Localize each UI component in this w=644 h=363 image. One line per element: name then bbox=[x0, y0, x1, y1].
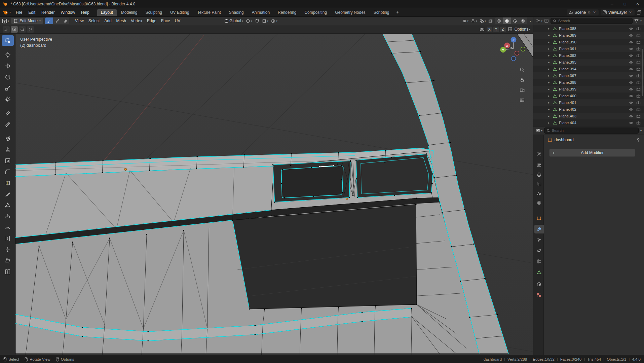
expand-arrow-icon[interactable]: ▸ bbox=[548, 87, 551, 91]
menu-render[interactable]: Render bbox=[38, 9, 58, 16]
object-name[interactable]: Plane.392 bbox=[559, 53, 576, 58]
workspace-tab-uv-editing[interactable]: UV Editing bbox=[166, 9, 193, 16]
pan-hand-icon[interactable] bbox=[518, 76, 526, 83]
tool-shear[interactable] bbox=[2, 255, 14, 266]
hide-viewport-icon[interactable] bbox=[629, 33, 633, 38]
viewport-menu-vertex[interactable]: Vertex bbox=[128, 17, 145, 24]
disable-render-icon[interactable] bbox=[636, 67, 641, 71]
properties-tab-constraints[interactable] bbox=[534, 257, 544, 266]
tool-measure[interactable] bbox=[2, 119, 14, 130]
gizmo-z-handle[interactable]: Z bbox=[513, 38, 515, 42]
outliner-row[interactable]: ▸Plane.389 bbox=[533, 32, 644, 39]
minimize-button[interactable]: ─ bbox=[606, 0, 618, 8]
disable-render-icon[interactable] bbox=[636, 27, 641, 31]
outliner-row[interactable]: ▸Plane.393 bbox=[533, 59, 644, 66]
add-viewlayer-icon[interactable] bbox=[637, 10, 641, 15]
snap-toggle[interactable] bbox=[255, 19, 259, 23]
workspace-tab-rendering[interactable]: Rendering bbox=[274, 9, 300, 16]
display-mode-icon[interactable] bbox=[544, 19, 549, 23]
tool-rip[interactable] bbox=[2, 266, 14, 277]
mode-dropdown[interactable]: Edit Mode ▾ bbox=[11, 18, 43, 24]
viewlayer-selector[interactable]: ViewLayer ✕ bbox=[601, 9, 635, 15]
expand-arrow-icon[interactable]: ▸ bbox=[548, 47, 551, 50]
object-name[interactable]: Plane.390 bbox=[559, 40, 576, 44]
maximize-button[interactable]: □ bbox=[618, 0, 631, 8]
viewport-menu-edge[interactable]: Edge bbox=[145, 17, 159, 24]
unlink-scene-icon[interactable]: ✕ bbox=[592, 10, 596, 14]
expand-arrow-icon[interactable]: ▸ bbox=[548, 121, 551, 124]
workspace-tab-scripting[interactable]: Scripting bbox=[370, 9, 393, 16]
disable-render-icon[interactable] bbox=[636, 80, 641, 85]
viewport-canvas[interactable] bbox=[15, 34, 533, 355]
pin-icon[interactable] bbox=[636, 138, 640, 142]
expand-arrow-icon[interactable]: ▸ bbox=[548, 34, 551, 37]
vertex-select-button[interactable] bbox=[45, 17, 53, 24]
tool-edge-slide[interactable] bbox=[2, 233, 14, 244]
outliner-row[interactable]: ▸Plane.390 bbox=[533, 39, 644, 45]
properties-tab-texture[interactable] bbox=[534, 291, 544, 299]
disable-render-icon[interactable] bbox=[636, 74, 641, 78]
object-name[interactable]: Plane.394 bbox=[559, 67, 576, 71]
hide-viewport-icon[interactable] bbox=[629, 94, 633, 98]
add-workspace-button[interactable]: + bbox=[394, 9, 402, 16]
viewlayer-name[interactable]: ViewLayer bbox=[608, 10, 627, 15]
tool-shrink-fatten[interactable] bbox=[2, 244, 14, 255]
properties-tab-scene[interactable] bbox=[534, 189, 544, 198]
menu-window[interactable]: Window bbox=[58, 9, 78, 16]
select-box-icon[interactable] bbox=[11, 26, 18, 33]
scene-name[interactable]: Scene bbox=[574, 10, 586, 15]
tool-transform[interactable] bbox=[2, 94, 14, 104]
properties-tab-particles[interactable] bbox=[534, 235, 544, 244]
filter-icon[interactable] bbox=[634, 19, 639, 23]
expand-arrow-icon[interactable]: ▸ bbox=[548, 114, 551, 118]
scene-selector[interactable]: Scene ⧉ ✕ bbox=[567, 9, 599, 15]
expand-arrow-icon[interactable]: ▸ bbox=[548, 74, 551, 77]
options-dropdown[interactable]: Options ▾ bbox=[515, 27, 530, 32]
tool-annotate[interactable] bbox=[2, 108, 14, 118]
disable-render-icon[interactable] bbox=[636, 47, 641, 51]
hide-viewport-icon[interactable] bbox=[629, 27, 633, 31]
shading-material-button[interactable] bbox=[511, 17, 519, 24]
gizmo-z-negative-handle[interactable] bbox=[512, 57, 516, 61]
face-select-button[interactable] bbox=[61, 17, 69, 24]
tool-poly-build[interactable] bbox=[2, 200, 14, 210]
perspective-toggle-icon[interactable] bbox=[518, 96, 526, 104]
outliner-row[interactable]: ▸Plane.394 bbox=[533, 66, 644, 72]
menu-help[interactable]: Help bbox=[78, 9, 92, 16]
properties-tab-object[interactable] bbox=[534, 214, 544, 223]
properties-tab-tool[interactable] bbox=[534, 149, 544, 158]
object-name[interactable]: Plane.399 bbox=[559, 87, 576, 91]
workspace-tab-modeling[interactable]: Modeling bbox=[117, 9, 141, 16]
outliner-row[interactable]: ▸Plane.391 bbox=[533, 45, 644, 52]
properties-tab-view-layer[interactable] bbox=[534, 180, 544, 188]
proportional-editing-toggle[interactable]: ▾ bbox=[271, 19, 277, 23]
tool-add-cube[interactable] bbox=[2, 133, 14, 144]
viewport-menu-select[interactable]: Select bbox=[86, 17, 102, 24]
hide-viewport-icon[interactable] bbox=[629, 47, 633, 51]
disable-render-icon[interactable] bbox=[636, 33, 641, 38]
hide-viewport-icon[interactable] bbox=[629, 114, 633, 118]
tool-spin[interactable] bbox=[2, 211, 14, 221]
hide-viewport-icon[interactable] bbox=[629, 87, 633, 92]
outliner-row[interactable]: ▸Plane.398 bbox=[533, 79, 644, 86]
properties-tab-physics[interactable] bbox=[534, 246, 544, 255]
tool-extrude[interactable] bbox=[2, 144, 14, 155]
workspace-tab-animation[interactable]: Animation bbox=[248, 9, 273, 16]
outliner-row[interactable]: ▸Plane.400 bbox=[533, 93, 644, 99]
expand-arrow-icon[interactable]: ▸ bbox=[548, 27, 551, 30]
object-name[interactable]: Plane.404 bbox=[559, 121, 576, 125]
transform-orientation-dropdown[interactable]: Global ▾ bbox=[224, 19, 243, 23]
hide-viewport-icon[interactable] bbox=[629, 53, 633, 58]
object-name[interactable]: Plane.401 bbox=[559, 101, 576, 105]
object-name[interactable]: Plane.398 bbox=[559, 80, 576, 84]
viewport-menu-view[interactable]: View bbox=[73, 17, 86, 24]
window-titlebar[interactable]: * G63 [C:\Users\erena\OneDrive\Masaüstü\… bbox=[0, 0, 644, 8]
disable-render-icon[interactable] bbox=[636, 121, 641, 125]
properties-tab-object-data[interactable] bbox=[534, 268, 544, 277]
close-button[interactable]: ✕ bbox=[631, 0, 644, 8]
workspace-tab-texture-paint[interactable]: Texture Paint bbox=[194, 9, 225, 16]
tool-loop-cut[interactable] bbox=[2, 178, 14, 188]
disable-render-icon[interactable] bbox=[636, 53, 641, 58]
select-circle-icon[interactable] bbox=[19, 26, 26, 33]
menu-edit[interactable]: Edit bbox=[25, 9, 38, 16]
